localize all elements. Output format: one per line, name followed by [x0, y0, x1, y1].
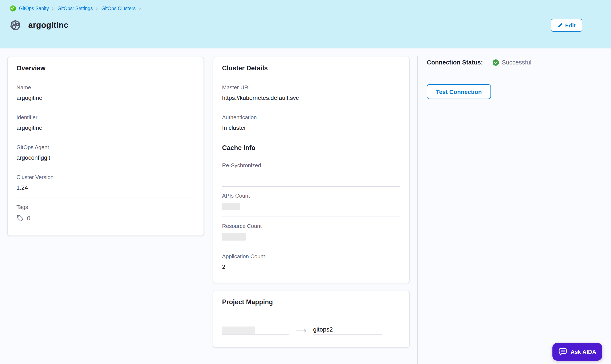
field-label: Identifier	[16, 114, 195, 120]
connection-status-badge: Successful	[493, 59, 531, 66]
test-connection-button[interactable]: Test Connection	[427, 84, 491, 99]
field-resynchronized: Re-Sychronized	[222, 162, 400, 180]
title-row: argogitinc	[10, 19, 586, 31]
connection-status-row: Connection Status: Successful	[427, 59, 607, 66]
breadcrumb-link-gitops-sanity[interactable]: GitOps Sanity	[19, 5, 49, 12]
field-resource-count: Resource Count	[222, 223, 400, 241]
divider	[222, 217, 400, 217]
field-value: argogitinc	[16, 94, 195, 102]
divider	[16, 138, 195, 138]
tag-icon	[16, 214, 24, 221]
field-label: Application Count	[222, 253, 400, 260]
cluster-details-card: Cluster Details Master URL https://kuber…	[213, 57, 410, 283]
field-value: argoconfiggit	[16, 154, 195, 161]
cache-info-title: Cache Info	[222, 144, 400, 152]
field-value: https://kubernetes.default.svc	[222, 94, 400, 102]
edit-button-label: Edit	[565, 22, 575, 28]
connection-status-text: Successful	[502, 59, 531, 66]
field-label: Master URL	[222, 84, 400, 91]
field-application-count: Application Count 2	[222, 253, 400, 271]
breadcrumb-separator: >	[96, 5, 98, 12]
cluster-details-title: Cluster Details	[222, 65, 400, 72]
divider	[222, 186, 400, 187]
field-authentication: Authentication In cluster	[222, 114, 400, 131]
field-apis-count: APIs Count	[222, 193, 400, 210]
field-gitops-agent: GitOps Agent argoconfiggit	[16, 144, 195, 161]
divider	[222, 108, 400, 108]
field-value: argogitinc	[16, 124, 195, 131]
project-mapping-title: Project Mapping	[222, 298, 400, 306]
ask-aida-button[interactable]: Ask AIDA	[552, 343, 602, 361]
empty-value	[222, 169, 400, 180]
project-mapping-card: Project Mapping gitops2	[213, 291, 410, 348]
edit-button[interactable]: Edit	[551, 19, 582, 32]
field-label: Re-Sychronized	[222, 162, 400, 169]
tags-count: 0	[27, 215, 30, 221]
cluster-icon	[10, 19, 21, 31]
redacted-value	[222, 326, 255, 334]
overview-card: Overview Name argogitinc Identifier argo…	[7, 57, 204, 236]
divider	[16, 198, 195, 198]
redacted-value	[222, 233, 246, 241]
field-cluster-version: Cluster Version 1.24	[16, 174, 195, 191]
field-label: GitOps Agent	[16, 144, 195, 150]
breadcrumb-separator: >	[52, 5, 54, 12]
connection-status-label: Connection Status:	[427, 59, 483, 66]
field-label: Tags	[16, 204, 195, 210]
field-label: APIs Count	[222, 193, 400, 199]
field-value: In cluster	[222, 124, 400, 131]
overview-title: Overview	[16, 65, 195, 72]
vertical-divider	[417, 56, 417, 364]
project-mapping-row: gitops2	[222, 326, 400, 335]
breadcrumb-link-gitops-settings[interactable]: GitOps: Settings	[57, 5, 93, 12]
field-label: Resource Count	[222, 223, 400, 229]
gitops-cluster-detail-page: GitOps Sanity > GitOps: Settings > GitOp…	[0, 0, 611, 364]
field-master-url: Master URL https://kubernetes.default.sv…	[222, 84, 400, 102]
breadcrumb-separator: >	[138, 5, 141, 12]
page-header: GitOps Sanity > GitOps: Settings > GitOp…	[0, 0, 611, 49]
field-label: Cluster Version	[16, 174, 195, 180]
field-value: 1.24	[16, 184, 195, 191]
field-tags: Tags 0	[16, 204, 195, 221]
field-label: Authentication	[222, 114, 400, 120]
mapping-source-field	[222, 326, 289, 335]
gitops-logo-icon	[10, 5, 16, 12]
divider	[222, 138, 400, 138]
ask-aida-label: Ask AIDA	[571, 349, 596, 355]
check-circle-icon	[493, 59, 499, 65]
field-value: 2	[222, 263, 400, 271]
breadcrumb: GitOps Sanity > GitOps: Settings > GitOp…	[10, 5, 141, 12]
breadcrumb-link-gitops-clusters[interactable]: GitOps Clusters	[101, 5, 135, 12]
redacted-value	[222, 203, 240, 210]
field-name: Name argogitinc	[16, 84, 195, 102]
divider	[16, 168, 195, 168]
page-title: argogitinc	[28, 20, 68, 30]
field-label: Name	[16, 84, 195, 91]
divider	[16, 108, 195, 108]
field-identifier: Identifier argogitinc	[16, 114, 195, 131]
mapping-target-field: gitops2	[313, 326, 382, 335]
pencil-icon	[558, 23, 562, 28]
arrow-right-icon	[296, 329, 307, 333]
divider	[222, 247, 400, 247]
chat-bubble-icon	[558, 348, 567, 356]
